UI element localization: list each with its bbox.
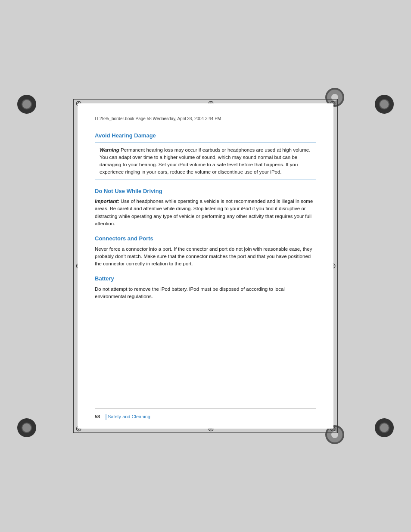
reg-mark-top-right	[375, 95, 394, 114]
page-number: 58	[95, 414, 100, 419]
page-inner: LL2595_border.book Page 58 Wednesday, Ap…	[78, 103, 333, 429]
reg-mark-bottom-left	[17, 418, 36, 437]
section-body-connectors: Never force a connector into a port. If …	[95, 246, 316, 268]
file-bar: LL2595_border.book Page 58 Wednesday, Ap…	[95, 116, 316, 123]
section-body-driving: Important: Use of headphones while opera…	[95, 198, 316, 227]
footer-section: Safety and Cleaning	[108, 414, 150, 419]
footer-separator: |	[105, 413, 107, 420]
driving-text: Use of headphones while operating a vehi…	[95, 199, 313, 226]
warning-box: Warning Permanent hearing loss may occur…	[95, 143, 316, 180]
warning-text: Permanent hearing loss may occur if earb…	[100, 147, 310, 175]
section-title-connectors: Connectors and Ports	[95, 234, 316, 243]
reg-mark-top-left	[17, 95, 36, 114]
section-title-driving: Do Not Use While Driving	[95, 187, 316, 196]
content-area: Avoid Hearing Damage Warning Permanent h…	[95, 131, 316, 408]
reg-mark-bottom-right	[375, 418, 394, 437]
page-footer: 58 | Safety and Cleaning	[95, 408, 316, 420]
page-container: LL2595_border.book Page 58 Wednesday, Ap…	[0, 0, 411, 532]
section-body-battery: Do not attempt to remove the iPod batter…	[95, 286, 316, 301]
section-title-battery: Battery	[95, 274, 316, 283]
warning-label: Warning	[100, 147, 119, 152]
important-label: Important:	[95, 199, 119, 204]
section-title-avoid-hearing: Avoid Hearing Damage	[95, 131, 316, 140]
